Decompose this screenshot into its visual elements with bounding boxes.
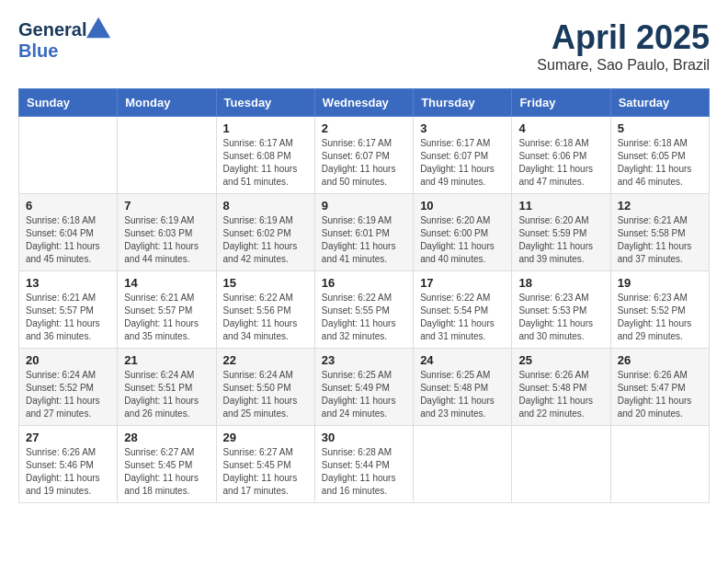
calendar-cell: 6Sunrise: 6:18 AM Sunset: 6:04 PM Daylig… <box>19 194 118 271</box>
calendar-cell: 21Sunrise: 6:24 AM Sunset: 5:51 PM Dayli… <box>118 349 216 426</box>
day-info: Sunrise: 6:21 AM Sunset: 5:57 PM Dayligh… <box>124 292 209 343</box>
calendar-cell: 11Sunrise: 6:20 AM Sunset: 5:59 PM Dayli… <box>512 194 610 271</box>
calendar-header-sunday: Sunday <box>19 89 118 117</box>
day-info: Sunrise: 6:24 AM Sunset: 5:51 PM Dayligh… <box>124 369 209 420</box>
day-info: Sunrise: 6:17 AM Sunset: 6:08 PM Dayligh… <box>223 137 308 189</box>
day-number: 23 <box>322 353 406 367</box>
day-number: 16 <box>322 276 406 290</box>
calendar-week-row: 1Sunrise: 6:17 AM Sunset: 6:08 PM Daylig… <box>19 117 710 194</box>
svg-marker-0 <box>86 17 110 38</box>
day-number: 20 <box>26 353 110 367</box>
day-number: 3 <box>420 121 505 135</box>
calendar-header-friday: Friday <box>512 89 610 117</box>
calendar-cell: 27Sunrise: 6:26 AM Sunset: 5:46 PM Dayli… <box>19 426 118 503</box>
calendar-cell: 22Sunrise: 6:24 AM Sunset: 5:50 PM Dayli… <box>216 349 314 426</box>
calendar-cell: 12Sunrise: 6:21 AM Sunset: 5:58 PM Dayli… <box>610 194 709 271</box>
calendar-cell: 1Sunrise: 6:17 AM Sunset: 6:08 PM Daylig… <box>216 117 314 194</box>
month-title: April 2025 <box>537 18 710 57</box>
calendar-cell: 26Sunrise: 6:26 AM Sunset: 5:47 PM Dayli… <box>610 349 709 426</box>
day-number: 27 <box>26 431 110 444</box>
logo: General Blue <box>18 18 114 62</box>
day-info: Sunrise: 6:26 AM Sunset: 5:48 PM Dayligh… <box>518 369 603 420</box>
calendar-header-row: SundayMondayTuesdayWednesdayThursdayFrid… <box>19 89 710 117</box>
day-info: Sunrise: 6:25 AM Sunset: 5:49 PM Dayligh… <box>322 369 406 420</box>
day-info: Sunrise: 6:26 AM Sunset: 5:47 PM Dayligh… <box>618 369 702 420</box>
day-number: 24 <box>420 353 505 367</box>
calendar-cell: 30Sunrise: 6:28 AM Sunset: 5:44 PM Dayli… <box>314 426 413 503</box>
calendar-cell <box>414 426 512 503</box>
day-info: Sunrise: 6:24 AM Sunset: 5:52 PM Dayligh… <box>26 369 110 420</box>
calendar-week-row: 20Sunrise: 6:24 AM Sunset: 5:52 PM Dayli… <box>19 349 710 426</box>
day-number: 12 <box>618 199 702 213</box>
day-info: Sunrise: 6:28 AM Sunset: 5:44 PM Dayligh… <box>322 446 406 498</box>
calendar-cell <box>19 117 118 194</box>
calendar-cell: 18Sunrise: 6:23 AM Sunset: 5:53 PM Dayli… <box>512 271 610 349</box>
calendar-week-row: 27Sunrise: 6:26 AM Sunset: 5:46 PM Dayli… <box>19 426 710 503</box>
day-number: 14 <box>124 276 209 290</box>
calendar-header-saturday: Saturday <box>610 89 709 117</box>
day-number: 19 <box>618 276 702 290</box>
calendar-cell <box>610 426 709 503</box>
day-info: Sunrise: 6:27 AM Sunset: 5:45 PM Dayligh… <box>124 446 209 498</box>
day-number: 8 <box>223 199 308 213</box>
day-info: Sunrise: 6:17 AM Sunset: 6:07 PM Dayligh… <box>420 137 505 189</box>
day-number: 15 <box>223 276 308 290</box>
day-info: Sunrise: 6:21 AM Sunset: 5:57 PM Dayligh… <box>26 292 110 343</box>
calendar-cell: 28Sunrise: 6:27 AM Sunset: 5:45 PM Dayli… <box>118 426 216 503</box>
logo-icon <box>86 15 112 40</box>
day-number: 25 <box>518 353 603 367</box>
day-number: 30 <box>322 431 406 444</box>
day-number: 29 <box>223 431 308 444</box>
calendar-cell <box>118 117 216 194</box>
calendar-week-row: 13Sunrise: 6:21 AM Sunset: 5:57 PM Dayli… <box>19 271 710 349</box>
day-number: 9 <box>322 199 406 213</box>
day-info: Sunrise: 6:24 AM Sunset: 5:50 PM Dayligh… <box>223 369 308 420</box>
day-info: Sunrise: 6:25 AM Sunset: 5:48 PM Dayligh… <box>420 369 505 420</box>
calendar-cell: 23Sunrise: 6:25 AM Sunset: 5:49 PM Dayli… <box>314 349 413 426</box>
calendar-week-row: 6Sunrise: 6:18 AM Sunset: 6:04 PM Daylig… <box>19 194 710 271</box>
day-number: 17 <box>420 276 505 290</box>
day-number: 7 <box>124 199 209 213</box>
day-info: Sunrise: 6:17 AM Sunset: 6:07 PM Dayligh… <box>322 137 406 189</box>
calendar-cell: 20Sunrise: 6:24 AM Sunset: 5:52 PM Dayli… <box>19 349 118 426</box>
calendar-cell: 7Sunrise: 6:19 AM Sunset: 6:03 PM Daylig… <box>118 194 216 271</box>
calendar-header-wednesday: Wednesday <box>314 89 413 117</box>
day-info: Sunrise: 6:20 AM Sunset: 6:00 PM Dayligh… <box>420 214 505 266</box>
day-info: Sunrise: 6:19 AM Sunset: 6:03 PM Dayligh… <box>124 214 209 266</box>
calendar-cell <box>512 426 610 503</box>
day-info: Sunrise: 6:20 AM Sunset: 5:59 PM Dayligh… <box>518 214 603 266</box>
location: Sumare, Sao Paulo, Brazil <box>537 57 710 74</box>
day-info: Sunrise: 6:27 AM Sunset: 5:45 PM Dayligh… <box>223 446 308 498</box>
day-number: 21 <box>124 353 209 367</box>
calendar-cell: 10Sunrise: 6:20 AM Sunset: 6:00 PM Dayli… <box>414 194 512 271</box>
day-info: Sunrise: 6:19 AM Sunset: 6:02 PM Dayligh… <box>223 214 308 266</box>
calendar-cell: 15Sunrise: 6:22 AM Sunset: 5:56 PM Dayli… <box>216 271 314 349</box>
header: General Blue April 2025 Sumare, Sao Paul… <box>18 18 710 74</box>
logo-blue-text: Blue <box>18 40 58 62</box>
day-info: Sunrise: 6:18 AM Sunset: 6:06 PM Dayligh… <box>518 137 603 189</box>
logo-general-text: General <box>18 19 86 40</box>
calendar-cell: 5Sunrise: 6:18 AM Sunset: 6:05 PM Daylig… <box>610 117 709 194</box>
calendar-header-monday: Monday <box>118 89 216 117</box>
day-number: 22 <box>223 353 308 367</box>
calendar-cell: 29Sunrise: 6:27 AM Sunset: 5:45 PM Dayli… <box>216 426 314 503</box>
day-number: 26 <box>618 353 702 367</box>
day-info: Sunrise: 6:22 AM Sunset: 5:55 PM Dayligh… <box>322 292 406 343</box>
calendar-cell: 14Sunrise: 6:21 AM Sunset: 5:57 PM Dayli… <box>118 271 216 349</box>
calendar: SundayMondayTuesdayWednesdayThursdayFrid… <box>18 88 710 503</box>
day-info: Sunrise: 6:18 AM Sunset: 6:04 PM Dayligh… <box>26 214 110 266</box>
day-number: 13 <box>26 276 110 290</box>
calendar-cell: 24Sunrise: 6:25 AM Sunset: 5:48 PM Dayli… <box>414 349 512 426</box>
calendar-cell: 3Sunrise: 6:17 AM Sunset: 6:07 PM Daylig… <box>414 117 512 194</box>
day-info: Sunrise: 6:23 AM Sunset: 5:53 PM Dayligh… <box>518 292 603 343</box>
day-number: 4 <box>518 121 603 135</box>
calendar-header-tuesday: Tuesday <box>216 89 314 117</box>
calendar-cell: 25Sunrise: 6:26 AM Sunset: 5:48 PM Dayli… <box>512 349 610 426</box>
calendar-cell: 9Sunrise: 6:19 AM Sunset: 6:01 PM Daylig… <box>314 194 413 271</box>
day-number: 6 <box>26 199 110 213</box>
day-info: Sunrise: 6:26 AM Sunset: 5:46 PM Dayligh… <box>26 446 110 498</box>
calendar-cell: 13Sunrise: 6:21 AM Sunset: 5:57 PM Dayli… <box>19 271 118 349</box>
day-info: Sunrise: 6:22 AM Sunset: 5:56 PM Dayligh… <box>223 292 308 343</box>
day-number: 10 <box>420 199 505 213</box>
day-info: Sunrise: 6:18 AM Sunset: 6:05 PM Dayligh… <box>618 137 702 189</box>
